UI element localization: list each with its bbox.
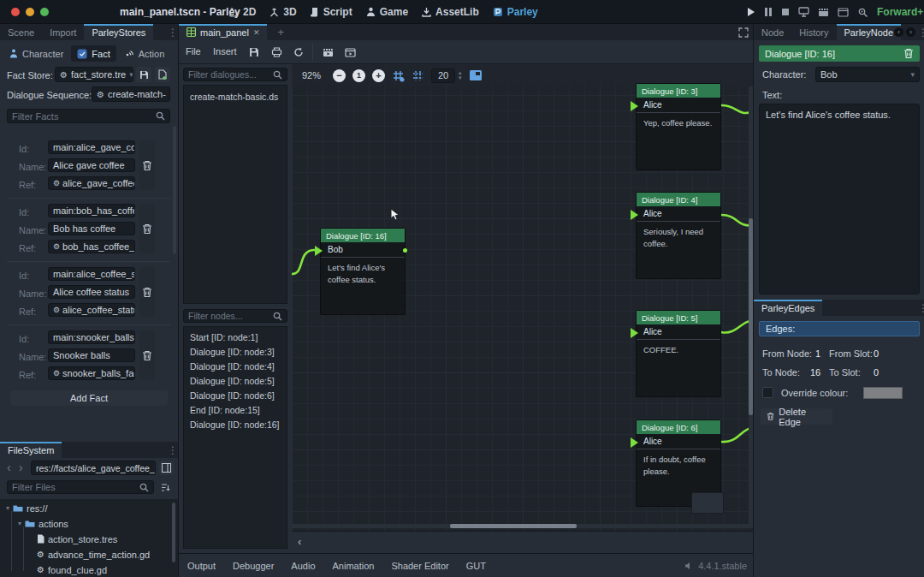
fact-ref-dropdown[interactable]: ⚙bob_has_coffee_fac▾	[48, 240, 135, 253]
tab-prev-button[interactable]: ‹	[894, 27, 903, 37]
add-fact-button[interactable]: Add Fact	[10, 390, 168, 406]
fact-ref-dropdown[interactable]: ⚙alice_coffee_status_▾	[48, 303, 135, 317]
node-list-item[interactable]: Dialogue [ID: node:6]	[184, 388, 287, 402]
dock-tab-parleystores[interactable]: ParleyStores	[84, 24, 153, 40]
split-mode-button[interactable]	[159, 461, 174, 475]
node-list-item[interactable]: Dialogue [ID: node:16]	[184, 417, 287, 431]
fact-name-input[interactable]: Bob has coffee	[48, 222, 135, 235]
store-tab-action[interactable]: Action	[118, 45, 171, 62]
node-list-item[interactable]: Dialogue [ID: node:3]	[184, 344, 287, 359]
tab-script[interactable]: Script	[311, 6, 352, 18]
fact-store-dropdown[interactable]: ⚙ fact_store.tre ▾	[55, 67, 133, 82]
remote-debug-icon[interactable]	[798, 7, 809, 17]
dock-menu-icon[interactable]: ⋮	[168, 27, 178, 39]
zoom-out-button[interactable]: −	[333, 69, 346, 82]
dock-menu-icon[interactable]: ⋮	[918, 27, 924, 39]
fact-ref-dropdown[interactable]: ⚙snooker_balls_fact.▾	[48, 366, 135, 380]
filter-facts-input[interactable]: Filter Facts	[7, 109, 170, 123]
store-tab-fact[interactable]: Fact	[71, 45, 116, 62]
override-colour-swatch[interactable]	[863, 387, 903, 399]
window-close-button[interactable]	[11, 8, 20, 16]
bottom-tab-audio[interactable]: Audio	[291, 561, 315, 571]
dock-menu-icon[interactable]: ⋮	[168, 444, 178, 456]
graph-node-dialogue-3[interactable]: Dialogue [ID: 3] Alice Yep, coffee pleas…	[636, 83, 721, 170]
collapse-panel-icon[interactable]: ‹	[298, 535, 301, 548]
tree-item-file[interactable]: action_store.tres	[31, 532, 175, 546]
tab-parley[interactable]: Parley	[493, 6, 538, 18]
movie-maker-icon[interactable]	[818, 7, 829, 17]
new-tab-button[interactable]: +	[277, 26, 284, 39]
snap-toggle-icon[interactable]	[392, 69, 405, 82]
output-port-icon[interactable]	[403, 248, 407, 253]
filter-nodes-input[interactable]: Filter nodes...	[183, 309, 287, 323]
input-port-icon[interactable]	[631, 328, 638, 338]
snap-distance-input[interactable]: 20	[431, 68, 455, 83]
graph-hscroll-track[interactable]	[292, 524, 754, 528]
tree-item-res[interactable]: ▾ res://	[0, 501, 171, 515]
fact-id-input[interactable]: main:alice_coffee_status	[48, 267, 135, 281]
tab-game[interactable]: Game	[366, 6, 408, 18]
dock-tab-history[interactable]: History	[791, 24, 836, 40]
facts-scrollbar[interactable]	[173, 126, 176, 254]
zoom-in-button[interactable]: +	[372, 69, 385, 82]
fact-id-input[interactable]: main:snooker_balls	[48, 330, 135, 344]
delete-edge-button[interactable]: Delete Edge	[761, 408, 832, 425]
play-button[interactable]	[746, 7, 755, 17]
bottom-tab-debugger[interactable]: Debugger	[233, 561, 274, 571]
text-editor[interactable]: Let's find Alice's coffee status.	[759, 104, 920, 294]
graph-node-dialogue-16[interactable]: Dialogue [ID: 16] Bob Let's find Alice's…	[320, 228, 406, 315]
movie-writer-icon[interactable]	[838, 7, 849, 17]
zoom-reset-button[interactable]: 1	[352, 69, 365, 82]
tab-2d[interactable]: 2D	[229, 6, 256, 18]
dialogue-graph[interactable]: 92% − 1 + 20 ▴ ▾ Di	[292, 64, 754, 531]
node-list-item[interactable]: End [ID: node:15]	[184, 402, 287, 417]
test-dialogue-from-node-button[interactable]	[341, 44, 358, 61]
window-minimize-button[interactable]	[26, 8, 34, 16]
editor-tab-main-panel[interactable]: main_panel ✕	[179, 24, 267, 40]
store-tab-character[interactable]: Character	[3, 45, 69, 62]
tab-3d[interactable]: 3D	[270, 6, 296, 18]
history-forward-button[interactable]: ›	[19, 461, 23, 474]
graph-node-dialogue-4[interactable]: Dialogue [ID: 4] Alice Seriously, I need…	[636, 192, 721, 279]
mute-icon[interactable]	[684, 562, 693, 570]
close-icon[interactable]: ✕	[253, 28, 260, 37]
export-dialogue-button[interactable]	[268, 44, 285, 61]
tree-item-file[interactable]: ⚙ advance_time_action.gd	[31, 547, 175, 562]
tab-assetlib[interactable]: AssetLib	[422, 6, 479, 18]
path-field[interactable]: res://facts/alice_gave_coffee_fact.g	[31, 461, 156, 475]
dock-tab-filesystem[interactable]: FileSystem	[0, 442, 62, 458]
fact-id-input[interactable]: main:bob_has_coffee	[48, 204, 135, 217]
tree-item-actions[interactable]: ▾ actions	[12, 516, 175, 531]
filter-dialogues-input[interactable]: Filter dialogues...	[183, 68, 287, 81]
customize-run-icon[interactable]	[857, 7, 868, 17]
delete-node-button[interactable]	[903, 48, 914, 59]
pause-button[interactable]	[764, 7, 773, 17]
graph-node-dialogue-5[interactable]: Dialogue [ID: 5] Alice COFFEE.	[636, 310, 721, 397]
renderer-dropdown[interactable]: Forward+ ▾	[877, 6, 924, 18]
delete-fact-button[interactable]	[139, 204, 155, 253]
dock-menu-icon[interactable]: ⋮	[918, 302, 924, 314]
menu-file[interactable]: File	[186, 46, 201, 57]
stop-button[interactable]	[781, 7, 790, 17]
fact-name-input[interactable]: Alice coffee status	[48, 285, 135, 299]
minimap-toggle-icon[interactable]	[469, 69, 483, 81]
dock-tab-parleyedges[interactable]: ParleyEdges	[754, 300, 822, 316]
delete-fact-button[interactable]	[139, 267, 155, 317]
fact-ref-dropdown[interactable]: ⚙alice_gave_coffee_f▾	[48, 176, 135, 190]
file-sort-button[interactable]	[158, 480, 172, 494]
node-list-item[interactable]: Dialogue [ID: node:4]	[184, 359, 287, 373]
test-dialogue-button[interactable]	[319, 44, 336, 61]
grid-toggle-icon[interactable]	[412, 69, 424, 82]
graph-hscroll-thumb[interactable]	[450, 524, 577, 528]
dialogue-file-item[interactable]: create-match-basic.ds	[184, 89, 287, 104]
window-zoom-button[interactable]	[40, 8, 49, 16]
bottom-tab-gut[interactable]: GUT	[466, 561, 486, 571]
dock-tab-node[interactable]: Node	[754, 24, 791, 40]
bottom-tab-shader-editor[interactable]: Shader Editor	[391, 561, 448, 571]
override-colour-checkbox[interactable]	[762, 387, 773, 398]
tab-next-button[interactable]: ›	[906, 27, 915, 37]
tree-item-file[interactable]: ⚙ found_clue.gd	[31, 562, 175, 577]
character-dropdown[interactable]: Bob ▾	[815, 67, 920, 82]
input-port-icon[interactable]	[315, 246, 323, 256]
bottom-tab-animation[interactable]: Animation	[333, 561, 375, 571]
